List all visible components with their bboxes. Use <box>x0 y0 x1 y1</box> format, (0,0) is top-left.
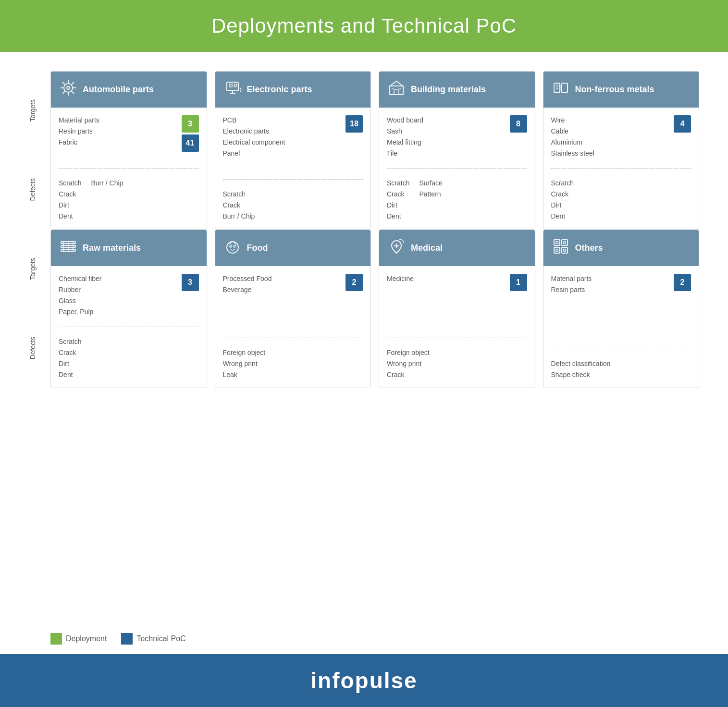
defect-item: Shape check <box>551 370 611 380</box>
card-title-automobile: Automobile parts <box>83 84 154 95</box>
card-title-building: Building materials <box>411 84 486 95</box>
target-item: Rubber <box>59 285 101 295</box>
card-header-food: Food <box>215 230 371 266</box>
main-content: Targets Defects <box>0 52 728 623</box>
card-food: Food Processed Food Beverage 2 <box>215 230 371 388</box>
svg-rect-17 <box>390 86 403 95</box>
badge-blue: 1 <box>510 274 527 291</box>
card-header-building: Building materials <box>379 72 535 108</box>
card-body-building: Wood board Sash Metal fitting Tile 8 <box>379 108 535 229</box>
svg-point-37 <box>234 245 235 247</box>
defects-electronic: Scratch Crack Burr / Chip <box>223 189 363 221</box>
divider <box>551 349 691 349</box>
badge-blue: 2 <box>345 274 363 291</box>
row1-cards-grid: Automobile parts Material parts Resin pa… <box>50 71 699 230</box>
building-icon <box>387 78 406 101</box>
badge-blue: 3 <box>182 274 199 291</box>
svg-point-1 <box>67 86 70 89</box>
nonferrous-icon <box>551 78 570 101</box>
card-title-nonferrous: Non-ferrous metals <box>575 84 654 95</box>
divider <box>387 338 527 338</box>
card-medical: Medical Medicine 1 <box>379 230 535 388</box>
card-body-others: Material parts Resin parts 2 <box>543 266 699 388</box>
card-header-medical: Medical <box>379 230 535 266</box>
legend-technical-poc-label: Technical PoC <box>136 634 185 643</box>
defect-item: Dirt <box>387 200 409 210</box>
legend-deployment-label: Deployment <box>66 634 107 643</box>
svg-point-35 <box>227 242 238 253</box>
defect-item: Scratch <box>223 189 255 199</box>
row1: Targets Defects <box>29 71 699 230</box>
target-item: Panel <box>223 148 285 158</box>
svg-point-47 <box>563 249 566 252</box>
svg-line-7 <box>72 91 74 94</box>
card-title-medical: Medical <box>411 243 443 254</box>
card-header-automobile: Automobile parts <box>51 72 207 108</box>
target-item: Tile <box>387 148 423 158</box>
defect-item: Dent <box>551 211 574 221</box>
target-item: Paper, Pulp <box>59 307 101 317</box>
card-body-automobile: Material parts Resin parts Fabric 3 41 <box>51 108 207 229</box>
legend-blue-box <box>121 633 133 645</box>
defect-item: Crack <box>59 348 81 358</box>
target-item: Material parts <box>59 115 99 125</box>
badge-blue: 2 <box>674 274 691 291</box>
defect-item: Dirt <box>59 200 81 210</box>
targets-automobile: Material parts Resin parts Fabric 3 41 <box>59 115 199 158</box>
target-item: Chemical fiber <box>59 274 101 284</box>
targets-food: Processed Food Beverage 2 <box>223 274 363 328</box>
defect-item: Scratch <box>551 178 574 188</box>
automobile-icon <box>59 78 78 101</box>
legend-green-box <box>50 633 62 645</box>
divider <box>223 338 363 338</box>
footer-brand: infopulse <box>19 668 709 694</box>
target-item: Stainless steel <box>551 148 594 158</box>
row1-labels: Targets Defects <box>29 71 50 230</box>
target-item: Glass <box>59 296 101 306</box>
defect-item: Defect classification <box>551 359 611 369</box>
card-body-food: Processed Food Beverage 2 <box>215 266 371 388</box>
rawmaterials-icon <box>59 237 78 259</box>
defects-building: Scratch Crack Dirt Dent Surface Pattern <box>387 178 527 221</box>
card-header-electronic: Electronic parts <box>215 72 371 108</box>
defect-item: Scratch <box>387 178 409 188</box>
defect-item: Dent <box>387 211 409 221</box>
svg-rect-21 <box>554 83 560 93</box>
defects-nonferrous: Scratch Crack Dirt Dent <box>551 178 691 221</box>
target-item: Fabric <box>59 137 99 147</box>
svg-point-36 <box>230 245 232 247</box>
svg-point-46 <box>555 249 558 252</box>
defects-rawmaterials: Scratch Crack Dirt Dent <box>59 337 199 380</box>
target-item: Metal fitting <box>387 137 423 147</box>
card-title-food: Food <box>247 243 268 254</box>
svg-rect-11 <box>229 84 232 87</box>
card-title-rawmaterials: Raw materials <box>83 243 141 254</box>
defects-food: Foreign object Wrong print Leak <box>223 348 363 380</box>
card-title-electronic: Electronic parts <box>247 84 312 95</box>
svg-rect-42 <box>554 247 560 253</box>
badge-green: 3 <box>182 115 199 133</box>
defects-medical: Foreign object Wrong print Crack <box>387 348 527 380</box>
legend-deployment: Deployment <box>50 633 107 645</box>
card-others: Others Material parts Resin parts 2 <box>543 230 700 388</box>
defect-item: Crack <box>551 189 574 199</box>
defect-item: Scratch <box>59 337 81 347</box>
defects-label-2: Defects <box>29 337 50 359</box>
targets-nonferrous: Wire Cable Aluminium Stainless steel 4 <box>551 115 691 158</box>
target-item: Electrical component <box>223 137 285 147</box>
target-item: Material parts <box>551 274 592 284</box>
target-item: Aluminium <box>551 137 594 147</box>
card-header-others: Others <box>543 230 699 266</box>
targets-building: Wood board Sash Metal fitting Tile 8 <box>387 115 527 158</box>
svg-point-0 <box>64 84 73 92</box>
target-item: Wire <box>551 115 594 125</box>
svg-rect-22 <box>562 83 568 93</box>
page-wrapper: Deployments and Technical PoC Targets De… <box>0 0 728 707</box>
defect-item: Wrong print <box>387 359 430 369</box>
card-body-rawmaterials: Chemical fiber Rubber Glass Paper, Pulp … <box>51 266 207 388</box>
target-item: Processed Food <box>223 274 272 284</box>
defect-item: Foreign object <box>387 348 430 358</box>
page-title: Deployments and Technical PoC <box>19 14 709 37</box>
badge-blue: 8 <box>510 115 527 133</box>
divider <box>59 327 199 327</box>
